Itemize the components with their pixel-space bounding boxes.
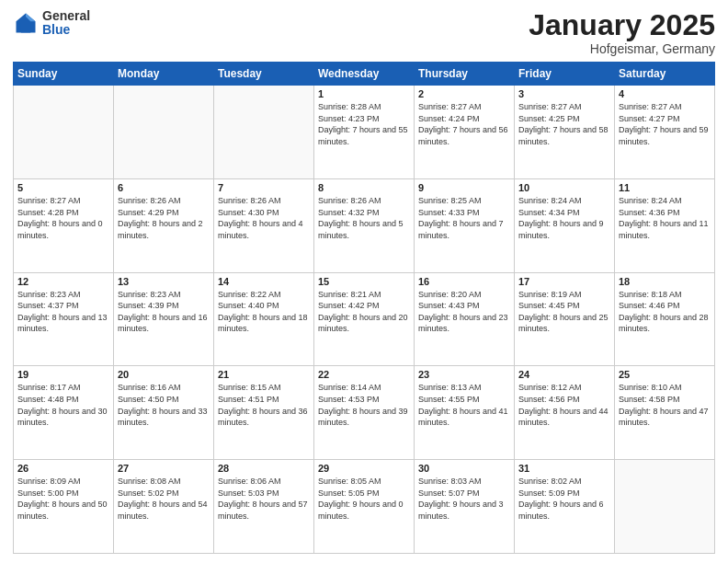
day-number: 26 bbox=[17, 463, 109, 474]
table-row: 18Sunrise: 8:18 AM Sunset: 4:46 PM Dayli… bbox=[615, 272, 715, 366]
day-info: Sunrise: 8:19 AM Sunset: 4:45 PM Dayligh… bbox=[518, 289, 610, 335]
table-row: 22Sunrise: 8:14 AM Sunset: 4:53 PM Dayli… bbox=[314, 366, 415, 460]
day-info: Sunrise: 8:13 AM Sunset: 4:55 PM Dayligh… bbox=[418, 382, 510, 428]
day-info: Sunrise: 8:18 AM Sunset: 4:46 PM Dayligh… bbox=[619, 289, 711, 335]
day-info: Sunrise: 8:09 AM Sunset: 5:00 PM Dayligh… bbox=[17, 476, 109, 522]
day-info: Sunrise: 8:26 AM Sunset: 4:29 PM Dayligh… bbox=[118, 195, 210, 241]
day-number: 4 bbox=[619, 88, 711, 99]
day-info: Sunrise: 8:27 AM Sunset: 4:27 PM Dayligh… bbox=[619, 101, 711, 147]
table-row: 2Sunrise: 8:27 AM Sunset: 4:24 PM Daylig… bbox=[415, 86, 515, 179]
table-row bbox=[214, 86, 314, 179]
day-info: Sunrise: 8:26 AM Sunset: 4:32 PM Dayligh… bbox=[318, 195, 410, 241]
calendar-subtitle: Hofgeismar, Germany bbox=[529, 41, 715, 56]
day-number: 13 bbox=[118, 276, 210, 287]
day-number: 1 bbox=[318, 88, 410, 99]
table-row: 4Sunrise: 8:27 AM Sunset: 4:27 PM Daylig… bbox=[615, 86, 715, 179]
header-friday: Friday bbox=[515, 63, 615, 86]
week-row-3: 19Sunrise: 8:17 AM Sunset: 4:48 PM Dayli… bbox=[14, 366, 715, 460]
day-number: 30 bbox=[418, 463, 510, 474]
table-row: 15Sunrise: 8:21 AM Sunset: 4:42 PM Dayli… bbox=[314, 272, 415, 366]
day-number: 20 bbox=[118, 369, 210, 380]
day-info: Sunrise: 8:23 AM Sunset: 4:37 PM Dayligh… bbox=[17, 289, 109, 335]
day-number: 21 bbox=[218, 369, 310, 380]
day-info: Sunrise: 8:08 AM Sunset: 5:02 PM Dayligh… bbox=[118, 476, 210, 522]
table-row: 31Sunrise: 8:02 AM Sunset: 5:09 PM Dayli… bbox=[515, 460, 615, 554]
day-info: Sunrise: 8:26 AM Sunset: 4:30 PM Dayligh… bbox=[218, 195, 310, 241]
table-row bbox=[114, 86, 214, 179]
table-row: 24Sunrise: 8:12 AM Sunset: 4:56 PM Dayli… bbox=[515, 366, 615, 460]
day-info: Sunrise: 8:20 AM Sunset: 4:43 PM Dayligh… bbox=[418, 289, 510, 335]
week-row-2: 12Sunrise: 8:23 AM Sunset: 4:37 PM Dayli… bbox=[14, 272, 715, 366]
day-number: 16 bbox=[418, 276, 510, 287]
day-number: 3 bbox=[518, 88, 610, 99]
calendar-title: January 2025 bbox=[529, 9, 715, 41]
day-number: 29 bbox=[318, 463, 410, 474]
day-number: 22 bbox=[318, 369, 410, 380]
table-row: 17Sunrise: 8:19 AM Sunset: 4:45 PM Dayli… bbox=[515, 272, 615, 366]
day-info: Sunrise: 8:10 AM Sunset: 4:58 PM Dayligh… bbox=[619, 382, 711, 428]
table-row: 12Sunrise: 8:23 AM Sunset: 4:37 PM Dayli… bbox=[14, 272, 114, 366]
day-info: Sunrise: 8:02 AM Sunset: 5:09 PM Dayligh… bbox=[518, 476, 610, 522]
day-number: 7 bbox=[218, 182, 310, 193]
calendar-table: Sunday Monday Tuesday Wednesday Thursday… bbox=[13, 62, 715, 554]
header: General Blue January 2025 Hofgeismar, Ge… bbox=[13, 9, 715, 56]
day-info: Sunrise: 8:21 AM Sunset: 4:42 PM Dayligh… bbox=[318, 289, 410, 335]
table-row: 25Sunrise: 8:10 AM Sunset: 4:58 PM Dayli… bbox=[615, 366, 715, 460]
day-number: 5 bbox=[17, 182, 109, 193]
day-info: Sunrise: 8:17 AM Sunset: 4:48 PM Dayligh… bbox=[17, 382, 109, 428]
day-info: Sunrise: 8:27 AM Sunset: 4:24 PM Dayligh… bbox=[418, 101, 510, 147]
table-row: 10Sunrise: 8:24 AM Sunset: 4:34 PM Dayli… bbox=[515, 178, 615, 272]
day-number: 14 bbox=[218, 276, 310, 287]
table-row: 30Sunrise: 8:03 AM Sunset: 5:07 PM Dayli… bbox=[415, 460, 515, 554]
week-row-0: 1Sunrise: 8:28 AM Sunset: 4:23 PM Daylig… bbox=[14, 86, 715, 179]
day-number: 9 bbox=[418, 182, 510, 193]
day-info: Sunrise: 8:23 AM Sunset: 4:39 PM Dayligh… bbox=[118, 289, 210, 335]
day-number: 12 bbox=[17, 276, 109, 287]
table-row: 19Sunrise: 8:17 AM Sunset: 4:48 PM Dayli… bbox=[14, 366, 114, 460]
day-info: Sunrise: 8:24 AM Sunset: 4:34 PM Dayligh… bbox=[518, 195, 610, 241]
table-row: 3Sunrise: 8:27 AM Sunset: 4:25 PM Daylig… bbox=[515, 86, 615, 179]
table-row: 23Sunrise: 8:13 AM Sunset: 4:55 PM Dayli… bbox=[415, 366, 515, 460]
day-info: Sunrise: 8:05 AM Sunset: 5:05 PM Dayligh… bbox=[318, 476, 410, 522]
logo-blue-text: Blue bbox=[42, 23, 90, 37]
title-block: January 2025 Hofgeismar, Germany bbox=[529, 9, 715, 56]
day-number: 15 bbox=[318, 276, 410, 287]
header-tuesday: Tuesday bbox=[214, 63, 314, 86]
table-row: 28Sunrise: 8:06 AM Sunset: 5:03 PM Dayli… bbox=[214, 460, 314, 554]
table-row: 9Sunrise: 8:25 AM Sunset: 4:33 PM Daylig… bbox=[415, 178, 515, 272]
day-info: Sunrise: 8:12 AM Sunset: 4:56 PM Dayligh… bbox=[518, 382, 610, 428]
svg-rect-2 bbox=[21, 23, 31, 33]
table-row bbox=[14, 86, 114, 179]
page: General Blue January 2025 Hofgeismar, Ge… bbox=[0, 0, 728, 563]
day-info: Sunrise: 8:27 AM Sunset: 4:25 PM Dayligh… bbox=[518, 101, 610, 147]
day-info: Sunrise: 8:22 AM Sunset: 4:40 PM Dayligh… bbox=[218, 289, 310, 335]
table-row bbox=[615, 460, 715, 554]
day-number: 28 bbox=[218, 463, 310, 474]
table-row: 20Sunrise: 8:16 AM Sunset: 4:50 PM Dayli… bbox=[114, 366, 214, 460]
day-number: 19 bbox=[17, 369, 109, 380]
table-row: 1Sunrise: 8:28 AM Sunset: 4:23 PM Daylig… bbox=[314, 86, 415, 179]
day-info: Sunrise: 8:24 AM Sunset: 4:36 PM Dayligh… bbox=[619, 195, 711, 241]
day-number: 27 bbox=[118, 463, 210, 474]
weekday-header-row: Sunday Monday Tuesday Wednesday Thursday… bbox=[14, 63, 715, 86]
day-number: 2 bbox=[418, 88, 510, 99]
week-row-4: 26Sunrise: 8:09 AM Sunset: 5:00 PM Dayli… bbox=[14, 460, 715, 554]
table-row: 13Sunrise: 8:23 AM Sunset: 4:39 PM Dayli… bbox=[114, 272, 214, 366]
table-row: 14Sunrise: 8:22 AM Sunset: 4:40 PM Dayli… bbox=[214, 272, 314, 366]
day-info: Sunrise: 8:14 AM Sunset: 4:53 PM Dayligh… bbox=[318, 382, 410, 428]
day-number: 17 bbox=[518, 276, 610, 287]
day-number: 23 bbox=[418, 369, 510, 380]
day-number: 18 bbox=[619, 276, 711, 287]
table-row: 26Sunrise: 8:09 AM Sunset: 5:00 PM Dayli… bbox=[14, 460, 114, 554]
day-number: 11 bbox=[619, 182, 711, 193]
day-number: 24 bbox=[518, 369, 610, 380]
day-info: Sunrise: 8:03 AM Sunset: 5:07 PM Dayligh… bbox=[418, 476, 510, 522]
table-row: 21Sunrise: 8:15 AM Sunset: 4:51 PM Dayli… bbox=[214, 366, 314, 460]
header-thursday: Thursday bbox=[415, 63, 515, 86]
header-sunday: Sunday bbox=[14, 63, 114, 86]
logo-text: General Blue bbox=[42, 9, 90, 38]
logo-icon bbox=[13, 10, 39, 36]
header-monday: Monday bbox=[114, 63, 214, 86]
table-row: 5Sunrise: 8:27 AM Sunset: 4:28 PM Daylig… bbox=[14, 178, 114, 272]
day-info: Sunrise: 8:06 AM Sunset: 5:03 PM Dayligh… bbox=[218, 476, 310, 522]
